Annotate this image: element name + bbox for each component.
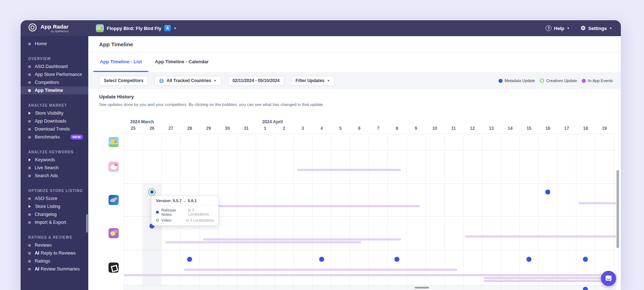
sidebar-item-competitors[interactable]: Competitors — [21, 78, 88, 86]
grid-column-line — [614, 134, 614, 290]
app-radar-logo-icon — [28, 23, 37, 34]
sidebar-section-title: RATINGS & REVIEWS — [21, 235, 88, 239]
day-label: 14 — [505, 126, 516, 131]
update-bubble-metadata[interactable] — [545, 189, 550, 195]
sidebar-item-home[interactable]: Home — [21, 40, 88, 48]
tab-app-timeline-list[interactable]: App Timeline - List — [93, 52, 148, 72]
update-bar[interactable] — [578, 202, 616, 204]
update-bar[interactable] — [484, 280, 616, 282]
sidebar-item-store-listing[interactable]: Store Listing — [21, 202, 88, 210]
sidebar-item-keywords[interactable]: Keywords — [21, 156, 88, 164]
filter-updates-dropdown[interactable]: Filter Updates ▼ — [291, 76, 335, 86]
update-bubble-metadata[interactable] — [319, 257, 324, 262]
day-label: 19 — [599, 126, 610, 131]
sidebar-item-label: App Store Performance — [35, 72, 82, 77]
day-label: 9 — [411, 126, 421, 131]
sidebar-item-live-search[interactable]: Live Search — [21, 164, 88, 172]
app-icon-hungry-shark[interactable] — [109, 195, 119, 205]
sidebar-item-ratings[interactable]: Ratings — [21, 257, 88, 265]
select-competitors-button[interactable]: Select Competitors — [99, 76, 148, 86]
filter-updates-label: Filter Updates — [296, 78, 325, 83]
sidebar-item-search-ads[interactable]: Search Ads — [21, 172, 88, 180]
app-radar-logo[interactable]: App Radar by SplitMetrics — [28, 23, 89, 34]
sidebar-item-app-downloads[interactable]: App Downloads — [21, 117, 88, 125]
grid-row-line — [124, 183, 616, 184]
sidebar-item-import-export[interactable]: Import & Export — [21, 218, 88, 226]
tooltip-version: Version: 5.5.7 → 5.6.1 — [152, 196, 218, 205]
day-label: 18 — [580, 126, 591, 131]
update-bubble-metadata[interactable] — [526, 257, 531, 262]
update-bubble-metadata[interactable] — [187, 257, 192, 262]
update-bar[interactable] — [297, 169, 401, 171]
sidebar-item-aso-dashboard[interactable]: ASO Dashboard — [21, 63, 88, 71]
sidebar-item-benchmarks[interactable]: BenchmarksNEW — [21, 133, 88, 141]
update-bar[interactable] — [203, 238, 401, 240]
tab-app-timeline-calendar[interactable]: App Timeline - Calendar — [148, 52, 215, 72]
sidebar-item-app-timeline[interactable]: App Timeline — [21, 86, 88, 94]
select-competitors-label: Select Competitors — [104, 78, 143, 83]
update-bubble-metadata[interactable] — [394, 257, 399, 262]
settings-menu[interactable]: ⚙ Settings ▼ — [580, 25, 612, 31]
sidebar-section-title: ANALYZE KEYWORDS — [21, 150, 88, 154]
update-bar[interactable] — [484, 277, 616, 279]
day-label: 7 — [373, 126, 384, 131]
day-label: 12 — [467, 126, 478, 131]
horizontal-scrollbar-thumb[interactable] — [415, 287, 429, 289]
sidebar-scrollbar-thumb[interactable] — [86, 214, 88, 233]
day-label: 15 — [524, 126, 534, 131]
sidebar-item-label: Import & Export — [35, 220, 66, 225]
sidebar-item-ai-reply-to-reviews[interactable]: AIReply to Reviews — [21, 249, 88, 257]
update-bar[interactable] — [184, 269, 457, 271]
grid-column-line — [350, 134, 350, 290]
bullet-icon — [28, 221, 31, 224]
chat-launcher-button[interactable] — [601, 271, 616, 286]
countries-dropdown[interactable]: All Tracked Countries ▼ — [154, 76, 221, 86]
update-bar[interactable] — [465, 235, 616, 238]
update-bubble-metadata[interactable] — [583, 257, 588, 262]
bullet-icon — [28, 73, 31, 76]
date-range-picker[interactable]: 02/11/2024 - 05/10/2024 — [228, 76, 284, 86]
app-icon-my-little-pony[interactable] — [109, 228, 119, 238]
brand-subtitle: by SplitMetrics — [51, 30, 69, 33]
sidebar-item-app-store-performance[interactable]: App Store Performance — [21, 71, 88, 78]
update-tooltip: Version: 5.5.7 → 5.6.1 Release Notesin 3… — [151, 196, 219, 226]
sidebar-section-title: ANALYZE MARKET — [21, 103, 88, 107]
sidebar-item-label: App Downloads — [35, 119, 67, 124]
sidebar-item-store-visibility[interactable]: Store Visibility — [21, 109, 88, 117]
day-label: 2 — [279, 126, 289, 131]
legend-filled-dot-icon — [499, 79, 503, 83]
sidebar-item-changelog[interactable]: Changelog — [21, 210, 88, 218]
day-label: 31 — [241, 126, 252, 131]
update-bar[interactable] — [165, 241, 361, 243]
grid-column-line — [425, 134, 426, 290]
sidebar-item-label: Keywords — [35, 157, 55, 162]
day-label: 1 — [260, 126, 271, 131]
legend-label: In-App Events — [588, 78, 613, 83]
app-icon-floppy-bird[interactable] — [109, 137, 119, 147]
month-label: 2024 April — [262, 119, 283, 124]
grid-column-line — [482, 134, 482, 290]
chevron-down-icon: ▼ — [174, 27, 177, 30]
app-icon-floppy-bird — [96, 24, 104, 32]
update-bubble-metadata-creatives[interactable] — [148, 188, 156, 196]
chevron-down-icon: ▼ — [609, 27, 612, 30]
update-bar[interactable] — [124, 274, 616, 276]
sidebar-item-reviews[interactable]: Reviews — [21, 241, 88, 249]
sidebar-item-aso-score[interactable]: ASO Score — [21, 195, 88, 202]
gear-icon: ⚙ — [580, 25, 585, 31]
sidebar-item-ai-review-summaries[interactable]: AIReview Summaries — [21, 265, 88, 273]
app-icon-roblox[interactable] — [109, 263, 119, 273]
grid-column-line — [538, 134, 539, 290]
tooltip-detail: in 3 Localizations — [186, 218, 214, 222]
help-menu[interactable]: ? Help ▼ — [546, 25, 569, 31]
chevron-down-icon: ▼ — [214, 79, 217, 82]
grid-column-line — [237, 134, 237, 290]
app-icon-hello-kitty[interactable] — [109, 162, 119, 172]
partial-row-strip — [124, 285, 616, 290]
bullet-icon — [28, 167, 31, 169]
sidebar-item-download-trends[interactable]: Download Trends — [21, 125, 88, 133]
bullet-icon — [28, 89, 31, 92]
vertical-scrollbar-thumb[interactable] — [617, 170, 619, 248]
sidebar-item-label: AIReply to Reviews — [35, 251, 76, 256]
app-selector[interactable]: Floppy Bird: Fly Bird Fly A ▼ — [96, 24, 177, 32]
